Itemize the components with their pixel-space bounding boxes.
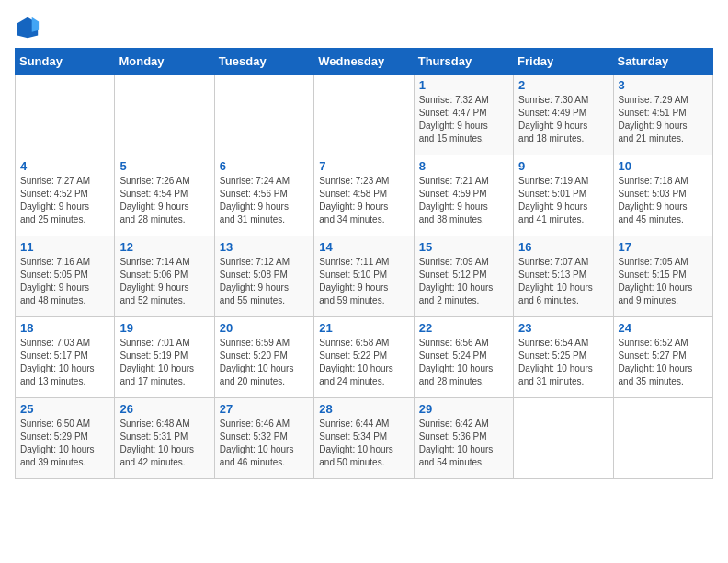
calendar-cell: 29Sunrise: 6:42 AMSunset: 5:36 PMDayligh…: [414, 398, 513, 479]
calendar-week-row: 1Sunrise: 7:32 AMSunset: 4:47 PMDaylight…: [16, 75, 713, 155]
calendar-cell: 17Sunrise: 7:05 AMSunset: 5:15 PMDayligh…: [613, 236, 712, 317]
calendar-cell: 20Sunrise: 6:59 AMSunset: 5:20 PMDayligh…: [214, 317, 313, 398]
logo-icon: [15, 15, 40, 40]
day-info: Sunrise: 7:05 AMSunset: 5:15 PMDaylight:…: [619, 256, 708, 307]
calendar-cell: 6Sunrise: 7:24 AMSunset: 4:56 PMDaylight…: [214, 155, 313, 236]
day-number: 24: [619, 321, 708, 335]
calendar-cell: 9Sunrise: 7:19 AMSunset: 5:01 PMDaylight…: [514, 155, 613, 236]
day-info: Sunrise: 6:48 AMSunset: 5:31 PMDaylight:…: [119, 418, 209, 469]
calendar-cell: 8Sunrise: 7:21 AMSunset: 4:59 PMDaylight…: [414, 155, 513, 236]
calendar-week-row: 4Sunrise: 7:27 AMSunset: 4:52 PMDaylight…: [16, 155, 713, 236]
day-info: Sunrise: 7:16 AMSunset: 5:05 PMDaylight:…: [20, 256, 109, 307]
day-info: Sunrise: 6:59 AMSunset: 5:20 PMDaylight:…: [220, 337, 309, 388]
day-number: 2: [518, 78, 608, 92]
logo: [15, 15, 44, 40]
day-number: 28: [319, 402, 408, 416]
calendar-week-row: 25Sunrise: 6:50 AMSunset: 5:29 PMDayligh…: [16, 398, 713, 479]
calendar-cell: 13Sunrise: 7:12 AMSunset: 5:08 PMDayligh…: [214, 236, 313, 317]
day-number: 19: [119, 321, 209, 335]
calendar-cell: 18Sunrise: 7:03 AMSunset: 5:17 PMDayligh…: [16, 317, 115, 398]
day-info: Sunrise: 7:14 AMSunset: 5:06 PMDaylight:…: [119, 256, 209, 307]
calendar-cell: 4Sunrise: 7:27 AMSunset: 4:52 PMDaylight…: [16, 155, 115, 236]
calendar-cell: 3Sunrise: 7:29 AMSunset: 4:51 PMDaylight…: [613, 75, 712, 155]
day-info: Sunrise: 7:18 AMSunset: 5:03 PMDaylight:…: [619, 175, 708, 226]
day-number: 13: [220, 240, 309, 254]
calendar-cell: 24Sunrise: 6:52 AMSunset: 5:27 PMDayligh…: [613, 317, 712, 398]
day-info: Sunrise: 7:01 AMSunset: 5:19 PMDaylight:…: [119, 337, 209, 388]
day-number: 18: [20, 321, 109, 335]
calendar-cell: 14Sunrise: 7:11 AMSunset: 5:10 PMDayligh…: [314, 236, 414, 317]
day-number: 7: [319, 159, 408, 173]
calendar-cell: [214, 75, 313, 155]
day-info: Sunrise: 7:30 AMSunset: 4:49 PMDaylight:…: [518, 94, 608, 145]
page-header: [15, 15, 713, 40]
day-number: 9: [518, 159, 608, 173]
day-of-week-header: Saturday: [613, 49, 712, 75]
calendar-cell: 26Sunrise: 6:48 AMSunset: 5:31 PMDayligh…: [115, 398, 214, 479]
day-info: Sunrise: 6:56 AMSunset: 5:24 PMDaylight:…: [419, 337, 508, 388]
calendar-week-row: 11Sunrise: 7:16 AMSunset: 5:05 PMDayligh…: [16, 236, 713, 317]
day-info: Sunrise: 7:07 AMSunset: 5:13 PMDaylight:…: [518, 256, 608, 307]
day-number: 23: [518, 321, 608, 335]
calendar-cell: [314, 75, 414, 155]
calendar-cell: 11Sunrise: 7:16 AMSunset: 5:05 PMDayligh…: [16, 236, 115, 317]
day-info: Sunrise: 7:24 AMSunset: 4:56 PMDaylight:…: [220, 175, 309, 226]
calendar-cell: 22Sunrise: 6:56 AMSunset: 5:24 PMDayligh…: [414, 317, 513, 398]
day-info: Sunrise: 7:23 AMSunset: 4:58 PMDaylight:…: [319, 175, 408, 226]
day-number: 14: [319, 240, 408, 254]
day-number: 20: [220, 321, 309, 335]
day-info: Sunrise: 6:44 AMSunset: 5:34 PMDaylight:…: [319, 418, 408, 469]
day-info: Sunrise: 7:12 AMSunset: 5:08 PMDaylight:…: [220, 256, 309, 307]
day-number: 22: [419, 321, 508, 335]
day-info: Sunrise: 7:11 AMSunset: 5:10 PMDaylight:…: [319, 256, 408, 307]
day-number: 5: [119, 159, 209, 173]
calendar-cell: 7Sunrise: 7:23 AMSunset: 4:58 PMDaylight…: [314, 155, 414, 236]
calendar-cell: 1Sunrise: 7:32 AMSunset: 4:47 PMDaylight…: [414, 75, 513, 155]
calendar-cell: 5Sunrise: 7:26 AMSunset: 4:54 PMDaylight…: [115, 155, 214, 236]
calendar-cell: 16Sunrise: 7:07 AMSunset: 5:13 PMDayligh…: [514, 236, 613, 317]
calendar-cell: [115, 75, 214, 155]
day-info: Sunrise: 7:19 AMSunset: 5:01 PMDaylight:…: [518, 175, 608, 226]
day-number: 11: [20, 240, 109, 254]
calendar-cell: 19Sunrise: 7:01 AMSunset: 5:19 PMDayligh…: [115, 317, 214, 398]
calendar-header: SundayMondayTuesdayWednesdayThursdayFrid…: [16, 49, 713, 75]
day-info: Sunrise: 7:21 AMSunset: 4:59 PMDaylight:…: [419, 175, 508, 226]
day-number: 8: [419, 159, 508, 173]
day-number: 29: [419, 402, 508, 416]
day-info: Sunrise: 6:42 AMSunset: 5:36 PMDaylight:…: [419, 418, 508, 469]
day-number: 15: [419, 240, 508, 254]
day-info: Sunrise: 7:09 AMSunset: 5:12 PMDaylight:…: [419, 256, 508, 307]
calendar-week-row: 18Sunrise: 7:03 AMSunset: 5:17 PMDayligh…: [16, 317, 713, 398]
calendar-cell: [16, 75, 115, 155]
day-number: 16: [518, 240, 608, 254]
calendar-cell: 25Sunrise: 6:50 AMSunset: 5:29 PMDayligh…: [16, 398, 115, 479]
calendar-cell: 23Sunrise: 6:54 AMSunset: 5:25 PMDayligh…: [514, 317, 613, 398]
day-number: 25: [20, 402, 109, 416]
calendar-cell: 12Sunrise: 7:14 AMSunset: 5:06 PMDayligh…: [115, 236, 214, 317]
day-of-week-header: Sunday: [16, 49, 115, 75]
calendar-cell: 15Sunrise: 7:09 AMSunset: 5:12 PMDayligh…: [414, 236, 513, 317]
calendar-cell: 28Sunrise: 6:44 AMSunset: 5:34 PMDayligh…: [314, 398, 414, 479]
day-number: 26: [119, 402, 209, 416]
day-number: 21: [319, 321, 408, 335]
day-number: 1: [419, 78, 508, 92]
day-number: 6: [220, 159, 309, 173]
day-info: Sunrise: 6:50 AMSunset: 5:29 PMDaylight:…: [20, 418, 109, 469]
svg-marker-1: [32, 17, 39, 32]
calendar-cell: [514, 398, 613, 479]
day-number: 17: [619, 240, 708, 254]
day-info: Sunrise: 6:58 AMSunset: 5:22 PMDaylight:…: [319, 337, 408, 388]
day-of-week-header: Tuesday: [214, 49, 313, 75]
day-info: Sunrise: 6:46 AMSunset: 5:32 PMDaylight:…: [220, 418, 309, 469]
day-info: Sunrise: 7:32 AMSunset: 4:47 PMDaylight:…: [419, 94, 508, 145]
calendar-cell: 21Sunrise: 6:58 AMSunset: 5:22 PMDayligh…: [314, 317, 414, 398]
day-number: 10: [619, 159, 708, 173]
day-of-week-header: Monday: [115, 49, 214, 75]
calendar-cell: 2Sunrise: 7:30 AMSunset: 4:49 PMDaylight…: [514, 75, 613, 155]
calendar-cell: [613, 398, 712, 479]
day-of-week-header: Friday: [514, 49, 613, 75]
day-of-week-header: Thursday: [414, 49, 513, 75]
day-info: Sunrise: 6:52 AMSunset: 5:27 PMDaylight:…: [619, 337, 708, 388]
day-of-week-header: Wednesday: [314, 49, 414, 75]
day-number: 12: [119, 240, 209, 254]
